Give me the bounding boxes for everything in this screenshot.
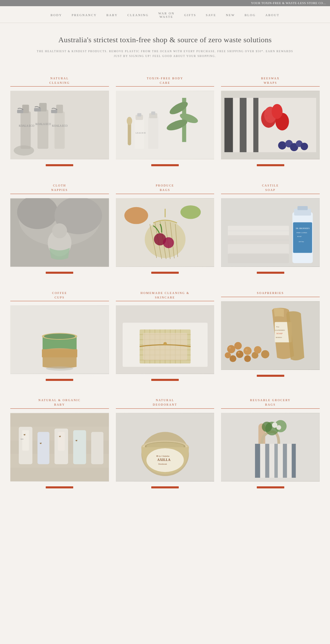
svg-rect-156 xyxy=(275,444,278,478)
svg-rect-81 xyxy=(42,349,77,358)
nav-about[interactable]: ABOUT xyxy=(265,13,279,17)
category-image: KOALA ECO KOALA ECO KOALA ECO xyxy=(10,91,109,159)
svg-rect-67 xyxy=(228,244,289,254)
svg-point-62 xyxy=(163,237,174,248)
svg-rect-133 xyxy=(37,432,50,464)
category-bar xyxy=(46,486,73,488)
category-image: DR. BRONNER'S PURE-CASTILE SOAP All-One xyxy=(221,198,320,267)
category-label: HOMEMADE CLEANING &SKINCARE xyxy=(116,291,214,302)
category-reusable-grocery[interactable]: REUSABLE GROCERYBAGS xyxy=(221,398,320,488)
svg-point-114 xyxy=(244,355,251,362)
svg-text:KOALA ECO: KOALA ECO xyxy=(35,123,51,126)
category-natural-baby[interactable]: NATURAL & ORGANICBABY 🦋 MIM xyxy=(10,398,109,488)
category-label: NATURALCLEANING xyxy=(10,76,109,87)
svg-rect-21 xyxy=(137,113,141,117)
svg-text:AXILLA: AXILLA xyxy=(157,457,170,461)
svg-rect-1 xyxy=(21,112,31,149)
svg-text:SOAP: SOAP xyxy=(276,332,283,335)
category-label: SOAPBERRIES xyxy=(221,291,320,297)
category-label: REUSABLE GROCERYBAGS xyxy=(221,398,320,409)
hero-section: Australia's strictest toxin-free shop & … xyxy=(0,23,330,69)
svg-rect-22 xyxy=(148,117,158,149)
category-label: TOXIN-FREE BODYCARE xyxy=(116,76,214,87)
svg-rect-31 xyxy=(240,98,247,152)
nav-blog[interactable]: BLOG xyxy=(245,13,256,17)
category-coffee-cups[interactable]: COFFEECUPS xyxy=(10,291,109,381)
category-image: LEACH B xyxy=(116,91,214,159)
category-beeswax-wraps[interactable]: BEESWAXWRAPS ···· ··· xyxy=(221,76,320,167)
nav-save[interactable]: SAVE xyxy=(206,13,216,17)
svg-text:🦋: 🦋 xyxy=(75,439,78,442)
svg-point-113 xyxy=(234,342,242,349)
nav-items: BODY PREGNANCY BABY CLEANING WAR ON WAST… xyxy=(0,10,330,20)
svg-rect-7 xyxy=(34,108,41,112)
category-bar xyxy=(46,164,73,166)
category-bar xyxy=(46,379,73,381)
nav-new[interactable]: NEW xyxy=(226,13,235,17)
svg-point-110 xyxy=(236,350,244,358)
category-label: CASTILESOAP xyxy=(221,183,320,194)
svg-point-121 xyxy=(245,349,248,351)
svg-text:🦋: 🦋 xyxy=(40,442,42,444)
nav-waste-label: WASTE xyxy=(160,15,173,19)
top-bar: YOUR TOXIN-FREE & WASTE-LESS STORE CO... xyxy=(0,0,330,6)
svg-text:KOALA ECO: KOALA ECO xyxy=(19,124,34,127)
category-row-1: NATURALCLEANING KOALA ECO KOALA ECO xyxy=(10,76,320,167)
category-castile-soap[interactable]: CASTILESOAP DR. BRONNER'S PURE-C xyxy=(221,183,320,274)
category-image xyxy=(221,413,320,482)
category-label: CLOTHNAPPIES xyxy=(10,183,109,194)
category-soapberries[interactable]: SOAPBERRIES That SOAPBERRIES SOAP BERRIE… xyxy=(221,291,320,381)
svg-rect-158 xyxy=(292,444,296,478)
svg-point-163 xyxy=(276,425,281,430)
svg-text:PURE-CASTILE: PURE-CASTILE xyxy=(297,232,307,234)
category-bar xyxy=(151,272,179,274)
svg-text:DR. BRONNER'S: DR. BRONNER'S xyxy=(296,227,310,229)
category-bar xyxy=(257,375,284,377)
category-label: BEESWAXWRAPS xyxy=(221,76,320,87)
svg-point-39 xyxy=(278,142,286,150)
svg-point-27 xyxy=(126,117,132,125)
svg-text:····: ···· xyxy=(266,115,268,117)
svg-point-102 xyxy=(163,342,167,346)
category-homemade-cleaning[interactable]: HOMEMADE CLEANING &SKINCARE xyxy=(116,291,214,381)
top-bar-text: YOUR TOXIN-FREE & WASTE-LESS STORE CO... xyxy=(251,1,326,5)
svg-rect-68 xyxy=(228,253,289,263)
category-label: COFFEECUPS xyxy=(10,291,109,302)
svg-text:···: ··· xyxy=(268,118,270,120)
category-bar xyxy=(257,272,284,274)
category-row-3: COFFEECUPS xyxy=(10,291,320,381)
nav-baby[interactable]: BABY xyxy=(106,13,118,17)
nav-pregnancy[interactable]: PREGNANCY xyxy=(72,13,97,17)
svg-rect-9 xyxy=(55,112,65,149)
svg-point-83 xyxy=(46,366,73,371)
svg-point-109 xyxy=(227,345,235,353)
category-row-4: NATURAL & ORGANICBABY 🦋 MIM xyxy=(10,398,320,488)
svg-point-118 xyxy=(225,352,231,358)
category-produce-bags[interactable]: PRODUCEBAGS xyxy=(116,183,214,274)
category-cloth-nappies[interactable]: CLOTHNAPPIES xyxy=(10,183,109,274)
svg-point-82 xyxy=(44,334,75,339)
category-natural-cleaning[interactable]: NATURALCLEANING KOALA ECO KOALA ECO xyxy=(10,76,109,167)
svg-text:All-One: All-One xyxy=(299,240,305,242)
svg-rect-140 xyxy=(91,432,103,464)
hero-title: Australia's strictest toxin-free shop & … xyxy=(28,35,302,44)
svg-text:SOAP: SOAP xyxy=(297,236,302,237)
category-image xyxy=(10,198,109,267)
nav-gifts[interactable]: GIFTS xyxy=(184,13,196,17)
category-image: That SOAPBERRIES SOAP BERRIES xyxy=(221,301,320,370)
category-natural-deodorant[interactable]: NATURALDEODORANT ★ by Chidebe AX xyxy=(116,398,214,488)
nav-war-on-waste[interactable]: WAR ON WASTE xyxy=(158,12,174,19)
category-bar xyxy=(151,486,179,488)
nav-cleaning[interactable]: CLEANING xyxy=(127,13,148,17)
svg-text:🦋: 🦋 xyxy=(23,433,26,436)
svg-rect-5 xyxy=(37,110,48,149)
svg-point-53 xyxy=(180,205,200,219)
svg-rect-11 xyxy=(51,110,57,113)
svg-rect-24 xyxy=(151,112,155,115)
svg-rect-157 xyxy=(283,444,287,478)
svg-text:KOALA ECO: KOALA ECO xyxy=(52,124,68,127)
nav-body[interactable]: BODY xyxy=(51,13,62,17)
svg-rect-72 xyxy=(293,222,312,253)
category-toxin-free-body[interactable]: TOXIN-FREE BODYCARE LEACH B xyxy=(116,76,214,167)
svg-point-119 xyxy=(229,347,231,349)
